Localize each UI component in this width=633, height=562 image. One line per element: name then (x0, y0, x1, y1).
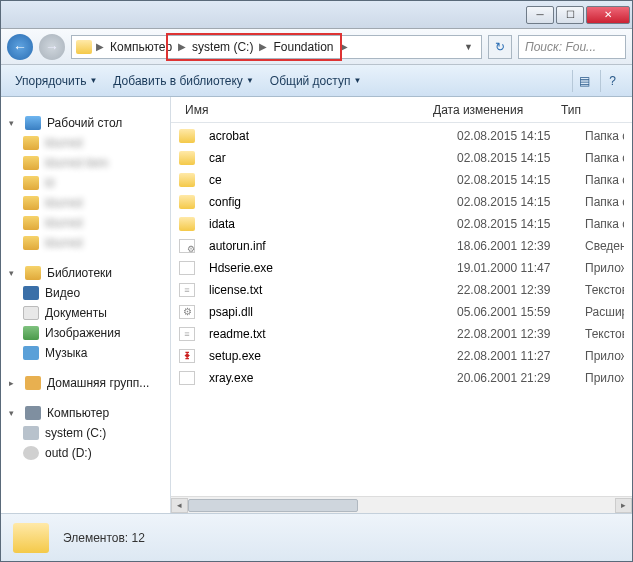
sidebar-item[interactable]: bl (1, 173, 170, 193)
titlebar[interactable]: ─ ☐ ✕ (1, 1, 632, 29)
disc-icon (23, 446, 39, 460)
chevron-right-icon[interactable]: ▶ (259, 41, 267, 52)
crumb-drive[interactable]: system (C:) (188, 40, 257, 54)
breadcrumb-bar[interactable]: ▶ Компьютер ▶ system (C:) ▶ Foundation ▶… (71, 35, 482, 59)
exe-icon (179, 371, 195, 385)
crumb-folder[interactable]: Foundation (269, 40, 337, 54)
file-type: Текстовый (579, 283, 624, 297)
file-row[interactable]: xray.exe20.06.2001 21:29Приложени (171, 367, 632, 389)
dll-icon (179, 305, 195, 319)
inf-icon (179, 239, 195, 253)
share-button[interactable]: Общий доступ▼ (264, 71, 368, 91)
scroll-track[interactable] (188, 498, 615, 513)
sidebar-homegroup[interactable]: ▸Домашняя групп... (1, 373, 170, 393)
folder-icon (23, 136, 39, 150)
chevron-right-icon[interactable]: ▶ (340, 41, 348, 52)
scroll-right-button[interactable]: ▸ (615, 498, 632, 513)
sidebar-item[interactable]: blurred (1, 233, 170, 253)
view-button[interactable]: ▤ (572, 70, 596, 92)
file-type: Сведения д (579, 239, 624, 253)
file-type: Папка с фа (579, 195, 624, 209)
col-type[interactable]: Тип (555, 103, 624, 117)
file-type: Папка с фа (579, 151, 624, 165)
col-name[interactable]: Имя (179, 103, 427, 117)
back-button[interactable]: ← (7, 34, 33, 60)
folder-icon (179, 151, 195, 165)
file-row[interactable]: psapi.dll05.06.2001 15:59Расширен (171, 301, 632, 323)
file-name: xray.exe (203, 371, 451, 385)
sidebar-drive-c[interactable]: system (C:) (1, 423, 170, 443)
file-date: 02.08.2015 14:15 (451, 151, 579, 165)
sidebar-item[interactable]: blurred (1, 193, 170, 213)
file-type: Расширен (579, 305, 624, 319)
file-type: Папка с фа (579, 217, 624, 231)
col-date[interactable]: Дата изменения (427, 103, 555, 117)
file-date: 19.01.2000 11:47 (451, 261, 579, 275)
body: ▾Рабочий стол blurred blurred item bl bl… (1, 97, 632, 513)
folder-icon (23, 196, 39, 210)
sidebar-desktop[interactable]: ▾Рабочий стол (1, 113, 170, 133)
crumb-computer[interactable]: Компьютер (106, 40, 176, 54)
sidebar-item[interactable]: blurred (1, 133, 170, 153)
file-list: acrobat02.08.2015 14:15Папка с фаcar02.0… (171, 123, 632, 496)
close-button[interactable]: ✕ (586, 6, 630, 24)
sidebar-video[interactable]: Видео (1, 283, 170, 303)
chevron-down-icon: ▼ (353, 76, 361, 85)
file-row[interactable]: car02.08.2015 14:15Папка с фа (171, 147, 632, 169)
maximize-button[interactable]: ☐ (556, 6, 584, 24)
organize-button[interactable]: Упорядочить▼ (9, 71, 103, 91)
file-date: 22.08.2001 12:39 (451, 327, 579, 341)
folder-icon (179, 173, 195, 187)
refresh-button[interactable]: ↻ (488, 35, 512, 59)
scroll-thumb[interactable] (188, 499, 358, 512)
file-date: 22.08.2001 11:27 (451, 349, 579, 363)
computer-icon (25, 406, 41, 420)
file-date: 02.08.2015 14:15 (451, 195, 579, 209)
folder-icon (76, 40, 92, 54)
folder-icon (23, 156, 39, 170)
sidebar-documents[interactable]: Документы (1, 303, 170, 323)
toolbar: Упорядочить▼ Добавить в библиотеку▼ Общи… (1, 65, 632, 97)
file-row[interactable]: ce02.08.2015 14:15Папка с фа (171, 169, 632, 191)
file-row[interactable]: license.txt22.08.2001 12:39Текстовый (171, 279, 632, 301)
sidebar: ▾Рабочий стол blurred blurred item bl bl… (1, 97, 171, 513)
file-row[interactable]: config02.08.2015 14:15Папка с фа (171, 191, 632, 213)
expand-icon: ▸ (9, 378, 19, 388)
file-row[interactable]: readme.txt22.08.2001 12:39Текстовый (171, 323, 632, 345)
forward-button[interactable]: → (39, 34, 65, 60)
sidebar-item[interactable]: blurred item (1, 153, 170, 173)
file-date: 02.08.2015 14:15 (451, 129, 579, 143)
chevron-down-icon: ▼ (246, 76, 254, 85)
sidebar-music[interactable]: Музыка (1, 343, 170, 363)
file-row[interactable]: Hdserie.exe19.01.2000 11:47Приложени (171, 257, 632, 279)
file-row[interactable]: autorun.inf18.06.2001 12:39Сведения д (171, 235, 632, 257)
collapse-icon: ▾ (9, 408, 19, 418)
scroll-left-button[interactable]: ◂ (171, 498, 188, 513)
images-icon (23, 326, 39, 340)
file-row[interactable]: idata02.08.2015 14:15Папка с фа (171, 213, 632, 235)
sidebar-images[interactable]: Изображения (1, 323, 170, 343)
search-placeholder: Поиск: Fou... (525, 40, 596, 54)
sidebar-computer[interactable]: ▾Компьютер (1, 403, 170, 423)
column-headers: Имя Дата изменения Тип (171, 97, 632, 123)
dropdown-icon[interactable]: ▼ (460, 42, 477, 52)
file-row[interactable]: ⧱setup.exe22.08.2001 11:27Приложени (171, 345, 632, 367)
chevron-right-icon[interactable]: ▶ (96, 41, 104, 52)
folder-icon (179, 129, 195, 143)
help-button[interactable]: ? (600, 70, 624, 92)
file-date: 18.06.2001 12:39 (451, 239, 579, 253)
file-name: ce (203, 173, 451, 187)
sidebar-drive-d[interactable]: outd (D:) (1, 443, 170, 463)
status-text: Элементов: 12 (63, 531, 145, 545)
chevron-right-icon[interactable]: ▶ (178, 41, 186, 52)
h-scrollbar[interactable]: ◂ ▸ (171, 496, 632, 513)
file-row[interactable]: acrobat02.08.2015 14:15Папка с фа (171, 125, 632, 147)
exe-icon (179, 261, 195, 275)
search-input[interactable]: Поиск: Fou... (518, 35, 626, 59)
sidebar-libraries[interactable]: ▾Библиотеки (1, 263, 170, 283)
add-to-library-button[interactable]: Добавить в библиотеку▼ (107, 71, 259, 91)
minimize-button[interactable]: ─ (526, 6, 554, 24)
file-name: idata (203, 217, 451, 231)
nav-bar: ← → ▶ Компьютер ▶ system (C:) ▶ Foundati… (1, 29, 632, 65)
sidebar-item[interactable]: blurred (1, 213, 170, 233)
